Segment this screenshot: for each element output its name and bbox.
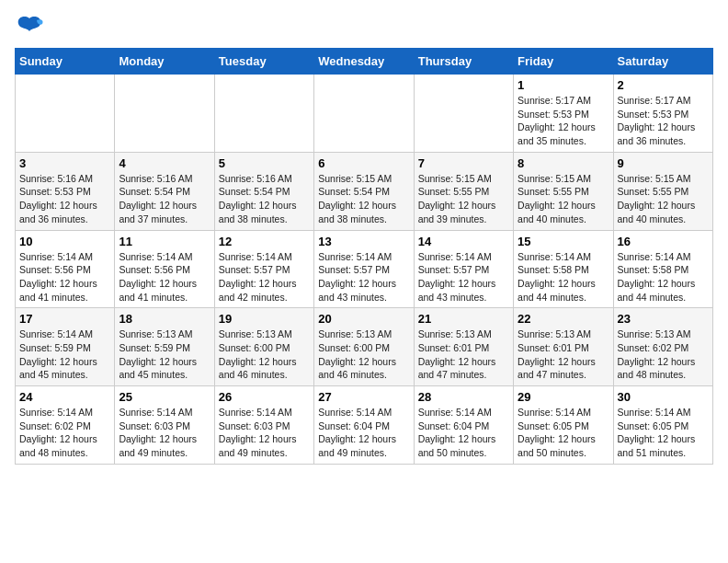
calendar-cell: 10Sunrise: 5:14 AM Sunset: 5:56 PM Dayli… (16, 230, 115, 308)
day-info: Sunrise: 5:15 AM Sunset: 5:55 PM Dayligh… (418, 172, 509, 226)
calendar-cell (16, 75, 115, 153)
calendar-cell: 16Sunrise: 5:14 AM Sunset: 5:58 PM Dayli… (613, 230, 712, 308)
day-info: Sunrise: 5:14 AM Sunset: 5:59 PM Dayligh… (19, 327, 110, 382)
calendar-cell: 15Sunrise: 5:14 AM Sunset: 5:58 PM Dayli… (514, 230, 613, 308)
day-number: 1 (518, 78, 609, 92)
weekday-header-sunday: Sunday (16, 49, 115, 75)
calendar-cell: 17Sunrise: 5:14 AM Sunset: 5:59 PM Dayli… (16, 308, 115, 386)
calendar-cell: 5Sunrise: 5:16 AM Sunset: 5:54 PM Daylig… (214, 152, 313, 230)
day-info: Sunrise: 5:17 AM Sunset: 5:53 PM Dayligh… (618, 94, 709, 148)
day-info: Sunrise: 5:17 AM Sunset: 5:53 PM Dayligh… (518, 94, 609, 148)
calendar-cell: 27Sunrise: 5:14 AM Sunset: 6:04 PM Dayli… (314, 386, 414, 465)
day-info: Sunrise: 5:16 AM Sunset: 5:54 PM Dayligh… (219, 172, 310, 226)
day-info: Sunrise: 5:13 AM Sunset: 6:01 PM Dayligh… (518, 327, 609, 382)
calendar-cell: 9Sunrise: 5:15 AM Sunset: 5:55 PM Daylig… (613, 152, 712, 230)
calendar-cell (214, 75, 313, 153)
day-info: Sunrise: 5:16 AM Sunset: 5:54 PM Dayligh… (119, 172, 210, 226)
day-number: 7 (418, 156, 509, 170)
day-info: Sunrise: 5:13 AM Sunset: 6:01 PM Dayligh… (418, 327, 509, 382)
calendar-cell: 22Sunrise: 5:13 AM Sunset: 6:01 PM Dayli… (514, 308, 613, 386)
calendar-cell (115, 75, 214, 153)
calendar-cell: 21Sunrise: 5:13 AM Sunset: 6:01 PM Dayli… (414, 308, 513, 386)
day-number: 21 (418, 312, 509, 326)
day-number: 22 (518, 312, 609, 326)
day-number: 13 (318, 235, 409, 248)
calendar-cell: 29Sunrise: 5:14 AM Sunset: 6:05 PM Dayli… (514, 386, 613, 465)
calendar-cell: 6Sunrise: 5:15 AM Sunset: 5:54 PM Daylig… (314, 152, 414, 230)
calendar-cell: 11Sunrise: 5:14 AM Sunset: 5:56 PM Dayli… (115, 230, 214, 308)
day-info: Sunrise: 5:14 AM Sunset: 6:04 PM Dayligh… (418, 406, 509, 460)
header (15, 15, 713, 40)
calendar-cell (414, 75, 513, 153)
day-info: Sunrise: 5:13 AM Sunset: 6:00 PM Dayligh… (318, 327, 409, 382)
day-number: 20 (318, 312, 409, 326)
day-number: 12 (219, 235, 310, 248)
weekday-header-saturday: Saturday (613, 49, 712, 75)
day-number: 25 (119, 390, 210, 404)
weekday-header-thursday: Thursday (414, 49, 513, 75)
weekday-header-monday: Monday (115, 49, 214, 75)
day-info: Sunrise: 5:14 AM Sunset: 5:56 PM Dayligh… (19, 250, 110, 304)
logo (15, 15, 48, 40)
calendar-cell: 14Sunrise: 5:14 AM Sunset: 5:57 PM Dayli… (414, 230, 513, 308)
day-number: 5 (219, 156, 310, 170)
day-info: Sunrise: 5:14 AM Sunset: 6:04 PM Dayligh… (318, 406, 409, 460)
calendar-cell: 2Sunrise: 5:17 AM Sunset: 5:53 PM Daylig… (613, 75, 712, 153)
day-number: 18 (119, 312, 210, 326)
day-info: Sunrise: 5:13 AM Sunset: 6:00 PM Dayligh… (219, 327, 310, 382)
day-number: 10 (19, 235, 110, 248)
calendar-cell: 18Sunrise: 5:13 AM Sunset: 5:59 PM Dayli… (115, 308, 214, 386)
day-number: 4 (119, 156, 210, 170)
calendar-cell: 7Sunrise: 5:15 AM Sunset: 5:55 PM Daylig… (414, 152, 513, 230)
calendar-cell: 28Sunrise: 5:14 AM Sunset: 6:04 PM Dayli… (414, 386, 513, 465)
day-info: Sunrise: 5:14 AM Sunset: 5:56 PM Dayligh… (119, 250, 210, 304)
calendar-cell: 13Sunrise: 5:14 AM Sunset: 5:57 PM Dayli… (314, 230, 414, 308)
weekday-header-tuesday: Tuesday (214, 49, 313, 75)
day-info: Sunrise: 5:14 AM Sunset: 5:58 PM Dayligh… (518, 250, 609, 304)
calendar-cell: 20Sunrise: 5:13 AM Sunset: 6:00 PM Dayli… (314, 308, 414, 386)
day-info: Sunrise: 5:13 AM Sunset: 5:59 PM Dayligh… (119, 327, 210, 382)
day-info: Sunrise: 5:14 AM Sunset: 5:57 PM Dayligh… (418, 250, 509, 304)
day-info: Sunrise: 5:13 AM Sunset: 6:02 PM Dayligh… (618, 327, 709, 382)
day-number: 15 (518, 235, 609, 248)
day-number: 9 (618, 156, 709, 170)
day-info: Sunrise: 5:14 AM Sunset: 6:05 PM Dayligh… (618, 406, 709, 460)
day-info: Sunrise: 5:14 AM Sunset: 5:57 PM Dayligh… (318, 250, 409, 304)
day-number: 30 (618, 390, 709, 404)
day-number: 28 (418, 390, 509, 404)
day-info: Sunrise: 5:14 AM Sunset: 5:57 PM Dayligh… (219, 250, 310, 304)
day-number: 16 (618, 235, 709, 248)
day-number: 3 (19, 156, 110, 170)
day-number: 11 (119, 235, 210, 248)
day-info: Sunrise: 5:14 AM Sunset: 6:03 PM Dayligh… (219, 406, 310, 460)
calendar-cell: 3Sunrise: 5:16 AM Sunset: 5:53 PM Daylig… (16, 152, 115, 230)
day-info: Sunrise: 5:14 AM Sunset: 6:02 PM Dayligh… (19, 406, 110, 460)
day-info: Sunrise: 5:16 AM Sunset: 5:53 PM Dayligh… (19, 172, 110, 226)
calendar-cell: 4Sunrise: 5:16 AM Sunset: 5:54 PM Daylig… (115, 152, 214, 230)
day-number: 8 (518, 156, 609, 170)
day-number: 29 (518, 390, 609, 404)
calendar-cell: 25Sunrise: 5:14 AM Sunset: 6:03 PM Dayli… (115, 386, 214, 465)
day-info: Sunrise: 5:14 AM Sunset: 6:05 PM Dayligh… (518, 406, 609, 460)
logo-bird-icon (15, 15, 44, 40)
day-number: 19 (219, 312, 310, 326)
calendar-cell: 12Sunrise: 5:14 AM Sunset: 5:57 PM Dayli… (214, 230, 313, 308)
day-number: 6 (318, 156, 409, 170)
day-info: Sunrise: 5:15 AM Sunset: 5:54 PM Dayligh… (318, 172, 409, 226)
day-info: Sunrise: 5:15 AM Sunset: 5:55 PM Dayligh… (518, 172, 609, 226)
day-number: 2 (618, 78, 709, 92)
day-info: Sunrise: 5:14 AM Sunset: 5:58 PM Dayligh… (618, 250, 709, 304)
day-number: 26 (219, 390, 310, 404)
calendar-cell: 30Sunrise: 5:14 AM Sunset: 6:05 PM Dayli… (613, 386, 712, 465)
day-number: 27 (318, 390, 409, 404)
weekday-header-friday: Friday (514, 49, 613, 75)
day-number: 14 (418, 235, 509, 248)
calendar-cell: 19Sunrise: 5:13 AM Sunset: 6:00 PM Dayli… (214, 308, 313, 386)
day-info: Sunrise: 5:14 AM Sunset: 6:03 PM Dayligh… (119, 406, 210, 460)
calendar-cell: 8Sunrise: 5:15 AM Sunset: 5:55 PM Daylig… (514, 152, 613, 230)
day-number: 23 (618, 312, 709, 326)
calendar-cell: 23Sunrise: 5:13 AM Sunset: 6:02 PM Dayli… (613, 308, 712, 386)
calendar-cell: 24Sunrise: 5:14 AM Sunset: 6:02 PM Dayli… (16, 386, 115, 465)
weekday-header-wednesday: Wednesday (314, 49, 414, 75)
day-info: Sunrise: 5:15 AM Sunset: 5:55 PM Dayligh… (618, 172, 709, 226)
